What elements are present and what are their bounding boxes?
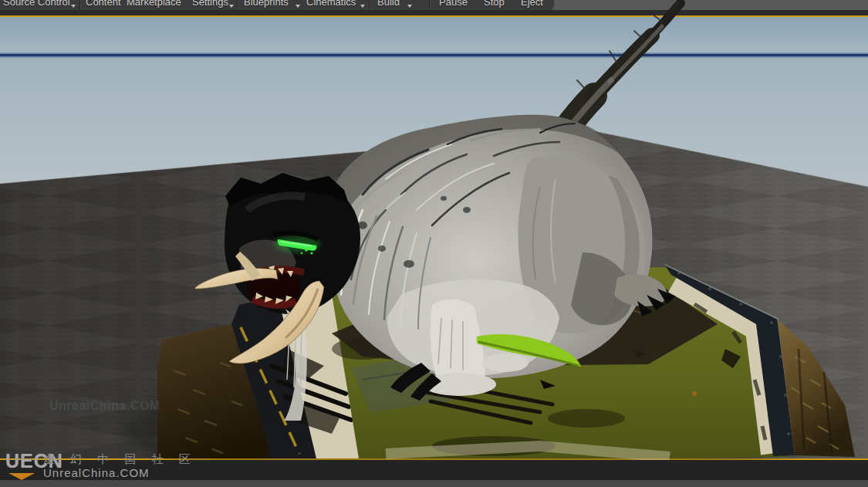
toolbar-separator [237,0,238,10]
horizon-line [0,53,868,58]
viewport[interactable]: UnrealChina.COM [0,15,868,460]
logo-chevron-icon [8,473,35,480]
chevron-down-icon [71,5,76,8]
toolbar-lower-strip [0,10,868,15]
pause-button[interactable]: Pause [439,0,468,9]
settings-button[interactable]: Settings [192,0,228,9]
cinematics-button[interactable]: Cinematics [306,0,356,9]
community-name-cn: 虚 幻 中 国 社 区 [43,453,197,465]
chevron-down-icon [360,5,365,8]
stop-button[interactable]: Stop [484,0,505,9]
source-control-button[interactable]: Source Control [3,0,70,9]
chevron-down-icon [296,5,300,8]
viewport-watermark: UnrealChina.COM [49,399,160,413]
chevron-down-icon [229,5,234,8]
toolbar-separator [429,0,430,10]
scene-svg [0,17,868,458]
blueprints-button[interactable]: Blueprints [244,0,289,9]
community-site-url: UnrealChina.COM [43,467,150,479]
marketplace-button[interactable]: Marketplace [127,0,181,9]
toolbar-button-strip: Source Control Content Marketplace Setti… [0,0,554,10]
community-branding: UECN 虚 幻 中 国 社 区 UnrealChina.COM [0,451,201,483]
build-button[interactable]: Build [377,0,400,9]
toolbar-separator [79,0,80,10]
eject-button[interactable]: Eject [521,0,543,9]
toolbar-separator [369,0,370,10]
editor-toolbar: Source Control Content Marketplace Setti… [0,0,868,10]
chevron-down-icon [407,5,412,8]
content-button[interactable]: Content [86,0,121,9]
